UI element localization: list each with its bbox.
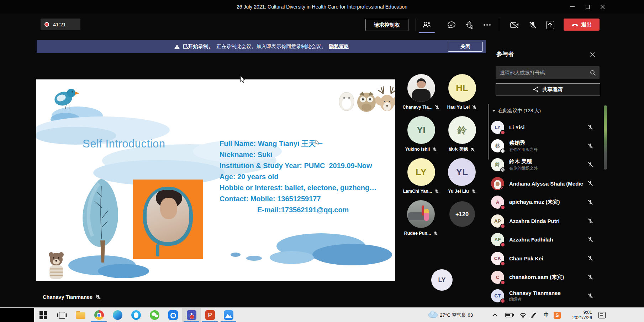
presence-dot — [500, 298, 505, 303]
video-tile[interactable]: HLHau Yu Lei — [447, 70, 477, 112]
mic-muted-icon — [588, 199, 593, 205]
powerpoint-button[interactable]: P — [201, 308, 219, 322]
slide-title: Self Introduction — [83, 137, 165, 150]
participant-row[interactable]: CKChan Pak Kei — [491, 249, 600, 268]
avatar-initials: AP — [491, 214, 504, 228]
share-invite-button[interactable]: 共享邀请 — [496, 83, 600, 95]
restore-button[interactable] — [580, 0, 595, 14]
participant-row[interactable]: APAzzahra Dinda Putri — [491, 212, 600, 230]
wechat-button[interactable] — [145, 308, 164, 322]
edge-button[interactable] — [108, 308, 127, 322]
participant-row[interactable]: Andiana Alyssa Shafa (Medici... — [491, 174, 600, 193]
in-meeting-section-header[interactable]: 在此会议中 (128 人) — [492, 108, 541, 114]
share-icon — [533, 87, 539, 92]
clock[interactable]: 9:01 2021/7/26 — [566, 308, 592, 322]
raise-hand-button[interactable] — [461, 18, 477, 32]
file-explorer-button[interactable] — [71, 308, 90, 322]
avatar-initials: AF — [491, 233, 504, 246]
portrait-photo — [147, 190, 189, 242]
participant-row[interactable]: Aapichaya.muz (来宾) — [491, 193, 600, 212]
tray-expand-button[interactable] — [493, 308, 497, 322]
banner-close-button[interactable]: 关闭 — [448, 42, 483, 52]
participant-texts: Chan Pak Kei — [509, 255, 583, 261]
video-tile[interactable]: YLYu Jei Liu — [448, 154, 476, 196]
mic-muted-icon — [470, 147, 475, 152]
tile-label: Yukino Ishii — [405, 146, 437, 152]
avatar-initials: YL — [448, 158, 476, 186]
mic-toggle-button[interactable] — [525, 18, 540, 32]
mountain-app-button[interactable] — [219, 308, 238, 322]
mirror-handle — [156, 244, 159, 256]
blue-ring-app-button[interactable] — [164, 308, 182, 322]
letterbox-strip — [0, 308, 34, 322]
video-tile[interactable]: LYLamChi Yan... — [403, 154, 439, 196]
participant-name: Chan Pak Kei — [509, 255, 583, 261]
task-view-button[interactable] — [53, 308, 71, 322]
chrome-button[interactable] — [90, 308, 108, 322]
participant-name: Andiana Alyssa Shafa (Medici... — [509, 181, 583, 187]
participant-row[interactable]: 鈴鈴木 美穂在你的组织之外 — [491, 155, 600, 174]
invite-search-input[interactable] — [496, 70, 590, 76]
sogou-indicator[interactable]: S — [554, 308, 561, 322]
tiles-scrollbar[interactable] — [488, 104, 489, 160]
participant-row[interactable]: CTChanavy Tianmanee组织者 — [491, 286, 600, 305]
invite-search-box — [496, 66, 600, 79]
presence-dot — [500, 224, 505, 229]
action-center-button[interactable] — [598, 308, 606, 322]
pen-indicator[interactable] — [533, 308, 534, 322]
avatar-initials: LY — [407, 158, 435, 186]
participant-row[interactable]: LYLi Yisi — [491, 118, 600, 137]
panel-scrollbar[interactable] — [604, 105, 607, 170]
video-tile[interactable]: +120 — [449, 196, 475, 238]
panel-close-button[interactable] — [587, 50, 598, 59]
presence-dot — [500, 280, 505, 285]
close-button[interactable] — [595, 0, 610, 14]
tiles-grid: Chanavy Tia...HLHau Yu LeiYIYukino Ishii… — [401, 70, 482, 238]
participant-row[interactable]: Cchanakorn.sam (来宾) — [491, 268, 600, 287]
video-tile[interactable]: Chanavy Tia... — [403, 70, 440, 112]
battery-icon — [505, 313, 513, 317]
video-tile[interactable]: 鈴鈴木 美穂 — [448, 112, 476, 154]
participant-texts: apichaya.muz (来宾) — [509, 199, 583, 206]
mic-muted-icon — [432, 147, 437, 152]
slide-line: Hobbie or Interest: ballet, electone, gu… — [220, 182, 376, 193]
participant-row[interactable]: 蔡蔡娟秀在你的组织之外 — [491, 137, 600, 156]
bird-illustration — [53, 89, 79, 109]
share-screen-icon — [546, 21, 554, 29]
presence-dot — [500, 130, 505, 135]
participant-name: 蔡娟秀 — [509, 140, 583, 146]
self-view-tile[interactable]: LY — [431, 269, 453, 291]
mic-muted-icon — [435, 105, 439, 110]
participant-texts: Azzahra Dinda Putri — [509, 218, 583, 224]
camera-toggle-button[interactable] — [507, 18, 522, 32]
participant-subtitle: 在你的组织之外 — [509, 147, 583, 152]
tile-label: Chanavy Tia... — [403, 104, 440, 110]
search-icon[interactable] — [590, 70, 596, 76]
ime-indicator[interactable]: 中 — [544, 308, 549, 322]
photo-frame — [133, 180, 203, 259]
video-tile[interactable]: Rudee Pun... — [404, 196, 438, 238]
avatar-initials: LY — [438, 276, 446, 284]
leave-meeting-button[interactable]: 退出 — [564, 19, 600, 31]
participant-name: 鈴木 美穂 — [509, 158, 583, 165]
banner-text: 正在录制此会议。加入即表示你同意录制此会议。 — [217, 43, 326, 50]
more-options-button[interactable] — [479, 18, 495, 32]
video-tile[interactable]: YIYukino Ishii — [405, 112, 437, 154]
share-screen-button[interactable] — [542, 18, 558, 32]
teams-button[interactable]: T — [182, 308, 201, 322]
cloud-icon — [428, 312, 438, 318]
animal-illustrations — [339, 86, 395, 112]
participant-row[interactable]: AFAzzahra Fadhilah — [491, 230, 600, 249]
start-button[interactable] — [34, 308, 53, 322]
battery-indicator[interactable] — [505, 308, 513, 322]
windows-start-icon — [39, 311, 47, 319]
request-control-button[interactable]: 请求控制权 — [365, 19, 408, 31]
participants-button[interactable] — [419, 18, 434, 32]
weather-widget[interactable] — [428, 308, 438, 322]
qq-button[interactable] — [127, 308, 145, 322]
privacy-policy-link[interactable]: 隐私策略 — [329, 43, 349, 50]
minimize-button[interactable] — [565, 0, 580, 14]
chat-button[interactable] — [444, 18, 459, 32]
wifi-indicator[interactable] — [519, 308, 527, 322]
weather-text[interactable]: 27°C 空气良 63 — [440, 308, 473, 322]
